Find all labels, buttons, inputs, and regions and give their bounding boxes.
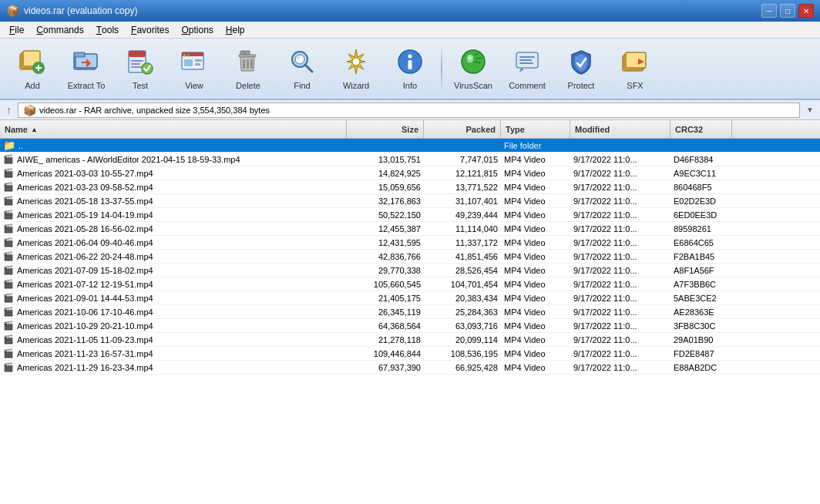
col-header-crc[interactable]: CRC32	[670, 120, 732, 138]
svg-rect-38	[408, 60, 412, 69]
file-packed: 66,925,428	[455, 363, 498, 372]
file-packed-cell: 25,284,363	[424, 305, 501, 318]
file-name: Americas 2021-11-23 16-57-31.mp4	[17, 349, 153, 358]
sfx-icon	[621, 48, 649, 79]
file-crc-cell: E88AB2DC	[670, 361, 732, 374]
file-modified: 9/17/2022 11:0...	[573, 335, 637, 344]
col-header-modified[interactable]: Modified	[570, 120, 670, 138]
toolbar-btn-comment[interactable]: Comment	[501, 41, 553, 96]
file-row[interactable]: 🎬 Americas 2021-05-19 14-04-19.mp4 50,52…	[0, 208, 820, 222]
file-row[interactable]: 📁 .. File folder	[0, 139, 820, 153]
file-type-cell: MP4 Video	[501, 250, 570, 263]
file-type: MP4 Video	[504, 224, 546, 234]
toolbar-btn-find[interactable]: Find	[276, 41, 328, 96]
file-type: MP4 Video	[504, 363, 546, 372]
svg-rect-48	[519, 59, 532, 61]
file-row[interactable]: 🎬 Americas 2021-10-29 20-21-10.mp4 64,36…	[0, 319, 820, 333]
toolbar-separator	[441, 45, 442, 92]
toolbar-btn-info[interactable]: Info	[384, 41, 436, 96]
file-size: 29,770,338	[378, 266, 421, 275]
file-type-cell: MP4 Video	[501, 222, 570, 235]
title-bar: 📦 videos.rar (evaluation copy) ─ □ ✕	[0, 0, 820, 22]
maximize-button[interactable]: □	[780, 4, 795, 18]
file-row[interactable]: 🎬 Americas 2021-11-05 11-09-23.mp4 21,27…	[0, 333, 820, 347]
toolbar-btn-delete[interactable]: Delete	[222, 41, 274, 96]
toolbar-btn-virusscan[interactable]: VirusScan	[447, 41, 499, 96]
file-modified-cell: 9/17/2022 11:0...	[570, 222, 670, 235]
file-packed: 49,239,444	[455, 210, 498, 220]
file-row[interactable]: 🎬 Americas 2021-06-22 20-24-48.mp4 42,83…	[0, 250, 820, 264]
file-type: MP4 Video	[504, 238, 546, 247]
col-header-packed[interactable]: Packed	[424, 120, 501, 138]
file-row[interactable]: 🎬 Americas 2021-10-06 17-10-46.mp4 26,34…	[0, 305, 820, 319]
file-type: MP4 Video	[504, 321, 546, 331]
svg-rect-24	[240, 51, 245, 55]
toolbar: Add Extract To Test View	[0, 39, 820, 100]
toolbar-btn-test[interactable]: Test	[114, 41, 166, 96]
file-name-cell: 🎬 Americas 2021-06-04 09-40-46.mp4	[0, 236, 347, 249]
file-crc: A8F1A56F	[674, 266, 714, 275]
col-header-name[interactable]: Name ▲	[0, 120, 347, 138]
svg-rect-15	[131, 66, 142, 68]
file-type: MP4 Video	[504, 307, 546, 317]
file-row[interactable]: 🎬 Americas 2021-06-04 09-40-46.mp4 12,43…	[0, 236, 820, 250]
file-size: 14,824,925	[378, 169, 421, 178]
file-name-cell: 🎬 Americas 2021-05-18 13-37-55.mp4	[0, 194, 347, 207]
comment-icon	[513, 48, 541, 79]
svg-rect-21	[195, 63, 200, 66]
file-row[interactable]: 🎬 Americas 2021-03-03 10-55-27.mp4 14,82…	[0, 166, 820, 180]
file-size-cell: 67,937,390	[347, 361, 424, 374]
file-row[interactable]: 🎬 Americas 2021-07-12 12-19-51.mp4 105,6…	[0, 277, 820, 291]
svg-rect-49	[519, 62, 533, 64]
file-modified-cell: 9/17/2022 11:0...	[570, 250, 670, 263]
file-name-cell: 🎬 Americas 2021-07-09 15-18-02.mp4	[0, 264, 347, 277]
menu-item-file[interactable]: File	[3, 22, 30, 38]
file-type-cell: MP4 Video	[501, 305, 570, 318]
toolbar-btn-wizard[interactable]: Wizard	[330, 41, 382, 96]
col-header-size[interactable]: Size	[347, 120, 424, 138]
close-button[interactable]: ✕	[798, 4, 814, 18]
file-crc: E6864C65	[674, 238, 714, 247]
file-modified: 9/17/2022 11:0...	[573, 183, 637, 192]
menu-item-tools[interactable]: Tools	[90, 22, 125, 38]
file-name: Americas 2021-11-05 11-09-23.mp4	[17, 335, 153, 344]
toolbar-btn-sfx[interactable]: SFX	[609, 41, 661, 96]
file-row[interactable]: 🎬 Americas 2021-05-18 13-37-55.mp4 32,17…	[0, 194, 820, 208]
file-row[interactable]: 🎬 Americas 2021-03-23 09-58-52.mp4 15,05…	[0, 180, 820, 194]
minimize-button[interactable]: ─	[761, 4, 777, 18]
toolbar-btn-view[interactable]: View	[168, 41, 220, 96]
video-icon: 🎬	[3, 237, 14, 247]
svg-line-33	[305, 65, 312, 72]
file-type: MP4 Video	[504, 266, 546, 275]
svg-point-31	[295, 55, 304, 64]
file-row[interactable]: 🎬 Americas 2021-09-01 14-44-53.mp4 21,40…	[0, 291, 820, 305]
file-row[interactable]: 🎬 Americas 2021-11-29 16-23-34.mp4 67,93…	[0, 361, 820, 375]
file-row[interactable]: 🎬 Americas 2021-07-09 15-18-02.mp4 29,77…	[0, 264, 820, 277]
video-icon: 🎬	[3, 182, 14, 192]
file-name-cell: 🎬 Americas 2021-05-28 16-56-02.mp4	[0, 222, 347, 235]
menu-item-commands[interactable]: Commands	[30, 22, 89, 38]
address-dropdown-button[interactable]: ▼	[803, 106, 817, 114]
col-header-type[interactable]: Type	[501, 120, 570, 138]
file-modified-cell: 9/17/2022 11:0...	[570, 277, 670, 291]
toolbar-btn-extract[interactable]: Extract To	[60, 41, 113, 96]
file-packed-cell: 104,701,454	[424, 277, 501, 291]
file-list[interactable]: 📁 .. File folder 🎬 AIWE_ americas - AIWo…	[0, 139, 820, 504]
file-packed: 13,771,522	[455, 183, 498, 192]
toolbar-btn-protect[interactable]: Protect	[555, 41, 607, 96]
file-type-cell: MP4 Video	[501, 264, 570, 277]
navigate-up-button[interactable]: ↑	[3, 104, 15, 116]
file-name: Americas 2021-06-04 09-40-46.mp4	[17, 238, 153, 247]
menu-item-help[interactable]: Help	[220, 22, 251, 38]
svg-rect-10	[82, 62, 86, 63]
file-row[interactable]: 🎬 AIWE_ americas - AIWorldEditor 2021-04…	[0, 153, 820, 166]
file-name: Americas 2021-10-06 17-10-46.mp4	[17, 307, 153, 317]
find-icon	[288, 48, 316, 79]
main-content: 📁 .. File folder 🎬 AIWE_ americas - AIWo…	[0, 139, 820, 504]
menu-item-favorites[interactable]: Favorites	[125, 22, 175, 38]
file-row[interactable]: 🎬 Americas 2021-05-28 16-56-02.mp4 12,45…	[0, 222, 820, 236]
file-name: Americas 2021-10-29 20-21-10.mp4	[17, 321, 153, 331]
menu-item-options[interactable]: Options	[175, 22, 219, 38]
file-row[interactable]: 🎬 Americas 2021-11-23 16-57-31.mp4 109,4…	[0, 347, 820, 361]
toolbar-btn-add[interactable]: Add	[6, 41, 59, 96]
